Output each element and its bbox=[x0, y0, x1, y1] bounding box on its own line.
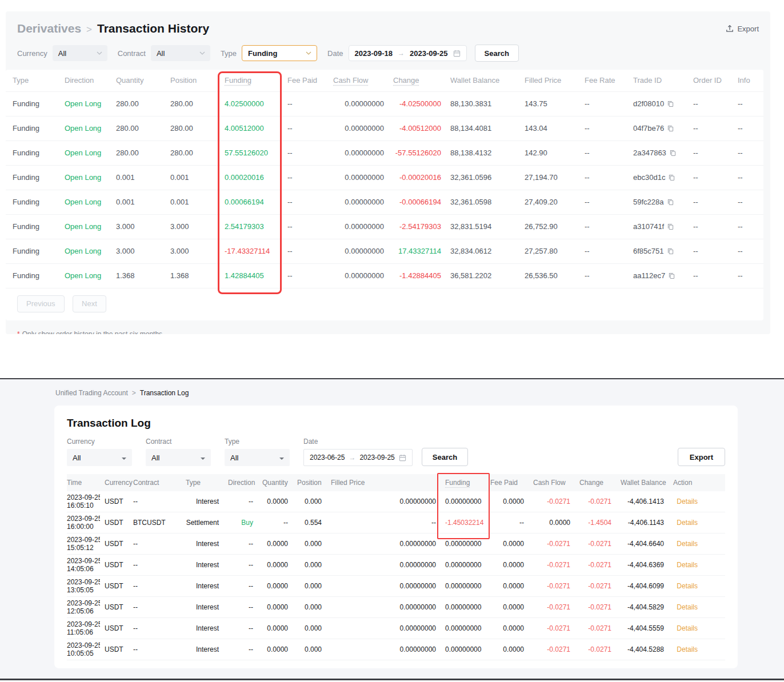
cell-position: 0.000 bbox=[293, 639, 326, 660]
type-filter-label: Type bbox=[221, 49, 237, 58]
cell-type: Funding bbox=[6, 190, 60, 214]
col-header-direction: Direction bbox=[60, 70, 111, 91]
details-link[interactable]: Details bbox=[677, 582, 698, 590]
cell-fee_paid: -- bbox=[283, 141, 329, 165]
cell-change: -0.0271 bbox=[575, 555, 616, 576]
cell-fee_paid: -- bbox=[283, 214, 329, 239]
breadcrumb: Derivatives>Transaction History bbox=[17, 22, 209, 35]
cell-contract: -- bbox=[129, 576, 181, 597]
cell-quantity: 0.0000 bbox=[258, 618, 293, 639]
cell-contract: -- bbox=[129, 533, 181, 555]
cell-contract: BTCUSDT bbox=[129, 512, 181, 533]
table-row: FundingOpen Long0.0010.0010.00066194--0.… bbox=[6, 190, 763, 214]
cell-position: 0.554 bbox=[293, 512, 326, 533]
cell-funding: 0.00000000 bbox=[441, 576, 486, 597]
cell-trade_id: ebc30d1c bbox=[629, 165, 689, 190]
cell-currency: USDT bbox=[100, 618, 129, 639]
currency-select[interactable]: All bbox=[53, 45, 107, 61]
cell-time: 2023-09-2514:05:06 bbox=[67, 555, 100, 576]
type-select[interactable]: Funding bbox=[242, 45, 317, 61]
cell-order_id: -- bbox=[689, 239, 733, 263]
cell-fee_paid: 0.0000 bbox=[486, 597, 529, 618]
cell-cash_flow: 0.00000000 bbox=[329, 116, 389, 141]
breadcrumb-derivatives[interactable]: Derivatives bbox=[17, 22, 81, 35]
col-header-fee_paid: Fee Paid bbox=[283, 70, 329, 91]
details-link[interactable]: Details bbox=[677, 645, 698, 653]
cell-action: Details bbox=[669, 555, 725, 576]
search-button[interactable]: Search bbox=[422, 448, 468, 466]
copy-icon[interactable] bbox=[667, 223, 674, 230]
cell-change: -4.00512000 bbox=[389, 116, 446, 141]
cell-currency: USDT bbox=[100, 555, 129, 576]
previous-page-button[interactable]: Previous bbox=[17, 295, 65, 312]
copy-icon[interactable] bbox=[667, 101, 674, 107]
details-link[interactable]: Details bbox=[677, 561, 698, 569]
cell-type: Interest bbox=[181, 555, 223, 576]
search-button[interactable]: Search bbox=[475, 45, 519, 62]
caret-down-icon bbox=[201, 458, 205, 462]
cell-info: -- bbox=[733, 91, 763, 116]
copy-icon[interactable] bbox=[667, 248, 674, 255]
cell-funding: 4.00512000 bbox=[220, 116, 283, 141]
breadcrumb-unified-trading-account[interactable]: Unified Trading Account bbox=[55, 389, 128, 397]
col-header-change: Change bbox=[389, 70, 446, 91]
cell-wallet_balance: 32,831.5194 bbox=[446, 214, 520, 239]
calendar-icon bbox=[399, 454, 406, 462]
export-button[interactable]: Export bbox=[726, 25, 759, 33]
cell-cash_flow: 0.0000 bbox=[529, 512, 575, 533]
cell-filled_price: 0.00000000 bbox=[326, 491, 441, 512]
cell-funding: -17.43327114 bbox=[220, 239, 283, 263]
details-link[interactable]: Details bbox=[677, 603, 698, 611]
cell-info: -- bbox=[733, 116, 763, 141]
cell-time: 2023-09-2510:05:05 bbox=[67, 639, 100, 660]
cell-order_id: -- bbox=[689, 214, 733, 239]
currency-select[interactable]: All bbox=[67, 449, 132, 466]
cell-time: 2023-09-2516:00:00 bbox=[67, 512, 100, 533]
date-range-picker[interactable]: 2023-06-25 → 2023-09-25 bbox=[303, 449, 413, 466]
cell-order_id: -- bbox=[689, 190, 733, 214]
cell-filled_price: 0.00000000 bbox=[326, 576, 441, 597]
details-link[interactable]: Details bbox=[677, 498, 698, 506]
copy-icon[interactable] bbox=[670, 150, 676, 157]
cell-quantity: 0.001 bbox=[111, 165, 166, 190]
copy-icon[interactable] bbox=[669, 174, 675, 181]
details-link[interactable]: Details bbox=[677, 624, 698, 632]
cell-cash_flow: -0.0271 bbox=[529, 618, 575, 639]
cell-position: 0.000 bbox=[293, 597, 326, 618]
page-header: Derivatives>Transaction History Export bbox=[6, 11, 770, 37]
cell-quantity: -- bbox=[258, 512, 293, 533]
type-select[interactable]: All bbox=[225, 449, 290, 466]
cell-type: Settlement bbox=[181, 512, 223, 533]
date-range-picker[interactable]: 2023-09-18 → 2023-09-25 bbox=[349, 45, 467, 61]
cell-trade_id: aa112ec7 bbox=[629, 263, 689, 288]
cell-action: Details bbox=[669, 512, 725, 533]
contract-select[interactable]: All bbox=[151, 45, 210, 61]
cell-info: -- bbox=[733, 214, 763, 239]
cell-order_id: -- bbox=[689, 263, 733, 288]
table-row: FundingOpen Long0.0010.0010.00020016--0.… bbox=[6, 165, 763, 190]
export-icon bbox=[726, 25, 734, 33]
cell-quantity: 280.00 bbox=[111, 91, 166, 116]
details-link[interactable]: Details bbox=[677, 540, 698, 548]
cell-contract: -- bbox=[129, 555, 181, 576]
cell-filled_price: 27,257.80 bbox=[520, 239, 580, 263]
cell-fee_paid: -- bbox=[283, 239, 329, 263]
next-page-button[interactable]: Next bbox=[73, 295, 106, 312]
cell-type: Interest bbox=[181, 491, 223, 512]
cell-fee_paid: -- bbox=[283, 91, 329, 116]
cell-funding: 0.00000000 bbox=[441, 555, 486, 576]
copy-icon[interactable] bbox=[667, 199, 674, 206]
date-filter-label: Date bbox=[327, 49, 343, 58]
bottom-border-line bbox=[0, 679, 784, 680]
cell-type: Interest bbox=[181, 533, 223, 555]
cell-change: -0.0271 bbox=[575, 491, 616, 512]
copy-icon[interactable] bbox=[667, 125, 674, 132]
details-link[interactable]: Details bbox=[677, 519, 698, 527]
export-button[interactable]: Export bbox=[678, 448, 725, 466]
cell-cash_flow: -0.0271 bbox=[529, 533, 575, 555]
cell-position: 0.000 bbox=[293, 618, 326, 639]
contract-select[interactable]: All bbox=[146, 449, 211, 466]
copy-icon[interactable] bbox=[669, 272, 675, 279]
cell-quantity: 0.0000 bbox=[258, 555, 293, 576]
cell-type: Interest bbox=[181, 597, 223, 618]
